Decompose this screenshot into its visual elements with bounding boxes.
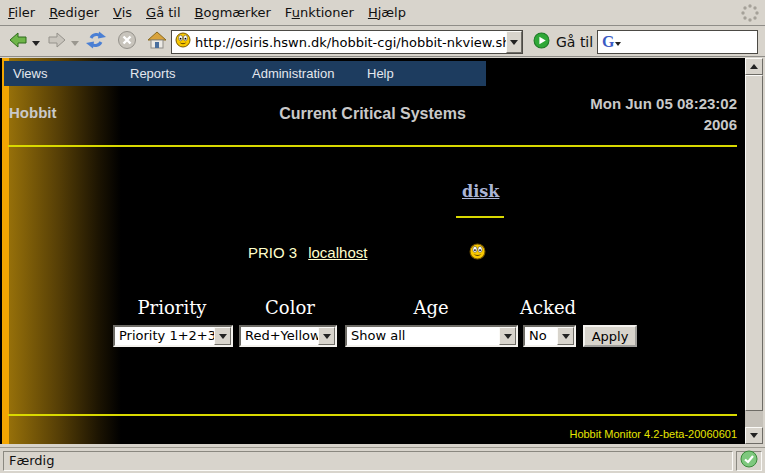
search-input[interactable]: [621, 35, 757, 50]
browser-window: Filer Rediger Vis Gå til Bogmærker Funkt…: [0, 0, 765, 473]
forward-icon: [46, 29, 68, 55]
apply-button[interactable]: Apply: [583, 325, 637, 347]
priority-row: PRIO 3localhost: [248, 244, 367, 261]
chevron-down-icon: [562, 334, 570, 339]
status-smiley-icon[interactable]: [469, 243, 486, 260]
menu-funktioner[interactable]: Funktioner: [285, 5, 354, 20]
filter-header-priority: Priority: [137, 297, 206, 318]
go-button[interactable]: Gå til: [533, 32, 593, 52]
scroll-up-button[interactable]: [745, 58, 763, 75]
reload-icon: [85, 29, 107, 55]
go-icon: [533, 32, 550, 52]
priority-select-dropdown-button[interactable]: [214, 327, 231, 345]
hobbit-nav-bar: Views Reports Administration Help: [4, 61, 486, 86]
search-engine-button[interactable]: G: [602, 34, 621, 50]
nav-item-reports[interactable]: Reports: [130, 66, 176, 81]
menu-label-post: ediger: [58, 5, 99, 20]
back-button[interactable]: [6, 30, 30, 54]
menu-label-post: iler: [15, 5, 36, 20]
chevron-down-icon: [32, 41, 40, 46]
nav-item-help[interactable]: Help: [367, 66, 394, 81]
priority-select-value: Priority 1+2+3: [115, 327, 214, 345]
status-message-panel: Færdig: [3, 451, 733, 471]
reload-button[interactable]: [84, 30, 108, 54]
vertical-scrollbar[interactable]: [745, 58, 763, 444]
hobbit-version-text: Hobbit Monitor 4.2-beta-20060601: [569, 428, 737, 440]
nav-item-administration[interactable]: Administration: [252, 66, 334, 81]
menu-label-key: V: [113, 5, 122, 20]
go-button-label: Gå til: [556, 34, 593, 50]
menu-label-post: jælp: [378, 5, 406, 20]
menu-label-post: is: [122, 5, 132, 20]
arrow-up-icon: [750, 64, 758, 69]
age-select[interactable]: Show all: [345, 325, 518, 347]
column-underline: [456, 216, 504, 218]
google-g-icon: G: [602, 34, 614, 50]
page-content: Views Reports Administration Help Hobbit…: [0, 58, 745, 444]
chevron-down-icon: [510, 40, 518, 45]
menu-ga-til[interactable]: Gå til: [146, 5, 181, 20]
chevron-down-icon: [219, 334, 227, 339]
host-link-localhost[interactable]: localhost: [308, 244, 367, 261]
menu-label-key: u: [292, 5, 300, 20]
forward-button[interactable]: [45, 30, 69, 54]
age-select-dropdown-button[interactable]: [499, 327, 516, 345]
nav-item-views[interactable]: Views: [13, 66, 47, 81]
chevron-down-icon: [71, 41, 79, 46]
priority-select[interactable]: Priority 1+2+3: [113, 325, 233, 347]
site-favicon-smiley-icon: [175, 32, 191, 52]
color-select-value: Red+Yellow: [241, 327, 318, 345]
page-timestamp: Mon Jun 05 08:23:02 2006: [590, 93, 737, 135]
status-bar: Færdig: [0, 447, 765, 473]
acked-select[interactable]: No: [523, 325, 576, 347]
navigation-toolbar: Gå til G: [0, 26, 765, 57]
menu-bogmaerker[interactable]: Bogmærker: [195, 5, 271, 20]
home-icon: [146, 29, 168, 55]
menu-vis[interactable]: Vis: [113, 5, 132, 20]
security-indicator[interactable]: [736, 451, 762, 471]
menu-hjaelp[interactable]: Hjælp: [368, 5, 406, 20]
menu-label-pre: F: [285, 5, 292, 20]
footer-divider-line: [8, 414, 737, 416]
acked-select-dropdown-button[interactable]: [557, 327, 574, 345]
priority-row-label: PRIO 3: [248, 244, 297, 261]
url-history-dropdown-button[interactable]: [506, 31, 522, 53]
filter-header-age: Age: [413, 297, 448, 318]
menu-bar: Filer Rediger Vis Gå til Bogmærker Funkt…: [0, 0, 765, 26]
chevron-down-icon: [504, 334, 512, 339]
menu-label-post: ogmærker: [203, 5, 270, 20]
scroll-down-button[interactable]: [745, 427, 763, 444]
stop-icon: [116, 29, 138, 55]
chevron-down-icon: [323, 334, 331, 339]
menu-label-key: G: [146, 5, 156, 20]
green-check-icon: [740, 450, 758, 471]
menu-label-key: R: [49, 5, 57, 20]
menu-filer[interactable]: Filer: [8, 5, 35, 20]
url-input[interactable]: [195, 35, 506, 50]
column-link-disk[interactable]: disk: [462, 182, 499, 201]
menu-label-post: nktioner: [300, 5, 354, 20]
forward-dropdown-button[interactable]: [70, 39, 79, 47]
search-bar: G: [597, 30, 758, 54]
header-divider-line: [8, 145, 737, 147]
timestamp-line2: 2006: [590, 114, 737, 135]
color-select[interactable]: Red+Yellow: [239, 325, 337, 347]
menu-label-post: å til: [156, 5, 180, 20]
scrollbar-thumb[interactable]: [745, 75, 763, 411]
arrow-down-icon: [750, 433, 758, 438]
filter-header-acked: Acked: [520, 297, 576, 318]
acked-select-value: No: [525, 327, 557, 345]
age-select-value: Show all: [347, 327, 499, 345]
status-text: Færdig: [9, 453, 54, 468]
filter-header-color: Color: [265, 297, 315, 318]
url-bar: [171, 30, 523, 54]
menu-rediger[interactable]: Rediger: [49, 5, 99, 20]
color-select-dropdown-button[interactable]: [318, 327, 335, 345]
back-dropdown-button[interactable]: [31, 39, 40, 47]
timestamp-line1: Mon Jun 05 08:23:02: [590, 93, 737, 114]
stop-button[interactable]: [115, 30, 139, 54]
menu-label-key: H: [368, 5, 378, 20]
back-icon: [7, 29, 29, 55]
home-button[interactable]: [145, 30, 169, 54]
throbber-icon: [738, 1, 762, 25]
